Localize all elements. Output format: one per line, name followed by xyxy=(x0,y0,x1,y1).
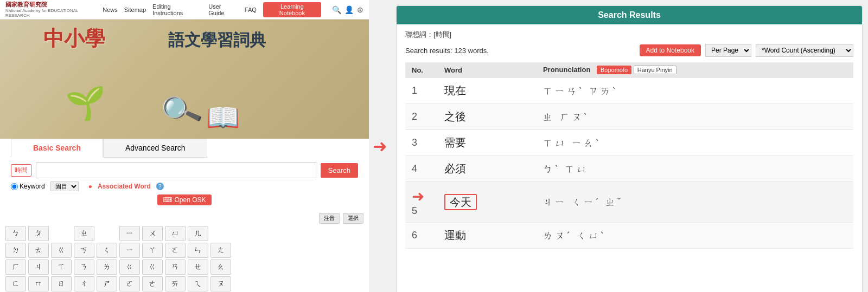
table-row[interactable]: 4必須ㄅˋ ㄒㄩ xyxy=(405,156,853,182)
results-header: Search Results xyxy=(397,6,862,24)
plant-icon: 🌱 xyxy=(65,84,106,122)
key-zh[interactable]: ㄓ xyxy=(74,226,94,241)
key-t[interactable]: ㄊ xyxy=(28,243,49,258)
cell-word[interactable]: 今天 xyxy=(438,182,537,223)
cell-word[interactable]: 之後 xyxy=(438,104,537,130)
key-n[interactable]: ㄋ xyxy=(74,259,94,275)
key-an[interactable]: ㄢ xyxy=(165,259,186,275)
key-ou[interactable]: ㄡ xyxy=(210,276,231,291)
cell-pronunciation: ㄌㄡˊ ㄑㄩˋ xyxy=(537,223,853,249)
nav-editing[interactable]: Editing Instructions xyxy=(152,3,202,16)
search-icon[interactable]: 🔍 xyxy=(332,5,341,14)
kbd-row-2: ㄉ ㄊ ㄍ ㄎ ㄑ ㄧ ㄚ ㄛ ㄣ ㄤ xyxy=(5,243,363,258)
key-yi2[interactable]: ㄧ xyxy=(119,243,140,258)
key-e2[interactable]: ㄜ xyxy=(142,276,163,291)
col-no: No. xyxy=(405,62,438,78)
key-o2[interactable]: ㄛ xyxy=(119,276,140,291)
cell-word[interactable]: 必須 xyxy=(438,156,537,182)
sort-select[interactable]: *Word Count (Ascending) xyxy=(756,44,853,57)
search-row: 時間 Search xyxy=(11,162,358,178)
key-p[interactable]: ㄆ xyxy=(28,226,49,241)
key-l[interactable]: ㄌ xyxy=(97,259,117,275)
key-a[interactable]: ㄚ xyxy=(142,243,163,258)
results-count: Search results: 123 words. xyxy=(405,47,489,55)
learning-notebook-btn[interactable]: Learning Notebook xyxy=(263,2,321,17)
key-o[interactable]: ㄛ xyxy=(165,243,186,258)
keyword-select[interactable]: 固目 xyxy=(50,181,79,191)
cell-word[interactable]: 現在 xyxy=(438,78,537,104)
tab-advanced[interactable]: Advanced Search xyxy=(103,139,208,158)
search-button[interactable]: Search xyxy=(321,163,358,178)
key-ei[interactable]: ㄟ xyxy=(188,276,208,291)
tab-basic[interactable]: Basic Search xyxy=(11,139,103,158)
key-en[interactable]: ㄣ xyxy=(188,243,208,258)
key-ai[interactable]: ㄞ xyxy=(165,276,186,291)
key-sh[interactable]: ㄕ xyxy=(97,276,117,291)
per-page-select[interactable]: Per Page xyxy=(705,44,751,57)
table-row[interactable]: 1現在ㄒㄧㄢˋ ㄗㄞˋ xyxy=(405,78,853,104)
table-row[interactable]: 6運動ㄌㄡˊ ㄑㄩˋ xyxy=(405,223,853,249)
cell-no: 3 xyxy=(405,130,438,156)
key-ang[interactable]: ㄤ xyxy=(210,243,231,258)
key-yi1[interactable]: ㄧ xyxy=(119,226,140,241)
book-icon: 📖 xyxy=(206,102,240,133)
assoc-word-label: Associated Word xyxy=(98,183,151,190)
key-g[interactable]: ㄍ xyxy=(51,243,72,258)
key-g3[interactable]: ㄍ xyxy=(142,259,163,275)
key-m[interactable]: ㄇ xyxy=(28,276,49,291)
header-icons: 🔍 👤 ⊕ xyxy=(332,5,363,14)
table-row[interactable]: 2之後ㄓ ㄏㄡˋ xyxy=(405,104,853,130)
help-icon[interactable]: ? xyxy=(156,183,164,190)
key-empty-2 xyxy=(97,226,117,241)
nav-news[interactable]: News xyxy=(103,7,118,13)
search-keyword-tag: 時間 xyxy=(11,164,31,177)
site-header: 國家教育研究院 National Academy for EDUCATIONAL… xyxy=(0,0,369,20)
panel-separator: ➜ xyxy=(369,0,391,292)
key-r[interactable]: ㄖ xyxy=(51,276,72,291)
plus-icon[interactable]: ⊕ xyxy=(357,5,363,14)
user-icon[interactable]: 👤 xyxy=(344,5,354,14)
key-e[interactable]: ㄝ xyxy=(188,259,208,275)
key-b[interactable]: ㄅ xyxy=(5,226,26,241)
cell-no: 2 xyxy=(405,104,438,130)
nav-userguide[interactable]: User Guide xyxy=(208,3,238,16)
nav-faq[interactable]: FAQ xyxy=(245,7,257,13)
key-d[interactable]: ㄉ xyxy=(5,243,26,258)
key-yu[interactable]: ㄩ xyxy=(165,226,186,241)
note-btn[interactable]: 注音 xyxy=(319,213,340,224)
cell-word[interactable]: 需要 xyxy=(438,130,537,156)
key-q[interactable]: ㄑ xyxy=(97,243,117,258)
open-osk-btn[interactable]: ⌨ Open OSK xyxy=(157,194,211,205)
results-controls: Add to Notebook Per Page *Word Count (As… xyxy=(640,44,853,57)
key-h[interactable]: ㄏ xyxy=(5,259,26,275)
key-j[interactable]: ㄐ xyxy=(28,259,49,275)
keyword-radio[interactable]: Keyword xyxy=(11,183,45,190)
table-row[interactable]: 3需要ㄒㄩ ㄧㄠˋ xyxy=(405,130,853,156)
cell-pronunciation: ㄒㄩ ㄧㄠˋ xyxy=(537,130,853,156)
key-ao[interactable]: ㄠ xyxy=(210,259,231,275)
select-btn[interactable]: 選択 xyxy=(343,213,363,224)
key-ch[interactable]: ㄔ xyxy=(74,276,94,291)
radio-dot: ● xyxy=(88,183,92,190)
add-notebook-btn[interactable]: Add to Notebook xyxy=(640,44,701,56)
search-input[interactable] xyxy=(36,162,316,178)
right-panel: Search Results 聯想詞：[時間] Search results: … xyxy=(396,5,863,292)
cell-pronunciation: ㄐㄧ ㄑㄧˊ ㄓˇ xyxy=(537,182,853,223)
keyboard-icon: ⌨ xyxy=(163,196,172,204)
key-wu[interactable]: ㄨ xyxy=(142,226,163,241)
key-empty-1 xyxy=(51,226,72,241)
right-arrow-icon: ➜ xyxy=(373,136,387,157)
key-g2[interactable]: ㄍ xyxy=(119,259,140,275)
assoc-label: 聯想詞：[時間] xyxy=(405,30,853,40)
kbd-row-4: ㄈ ㄇ ㄖ ㄔ ㄕ ㄛ ㄜ ㄞ ㄟ ㄡ xyxy=(5,276,363,291)
key-k[interactable]: ㄎ xyxy=(74,243,94,258)
key-er[interactable]: ㄦ xyxy=(188,226,208,241)
results-body: 聯想詞：[時間] Search results: 123 words. Add … xyxy=(397,24,862,292)
key-f[interactable]: ㄈ xyxy=(5,276,26,291)
table-row[interactable]: ➜5今天ㄐㄧ ㄑㄧˊ ㄓˇ xyxy=(405,182,853,223)
pinyin-btn[interactable]: Hanyu Pinyin xyxy=(634,66,676,74)
key-x[interactable]: ㄒ xyxy=(51,259,72,275)
bopomofo-btn[interactable]: Bopomofo xyxy=(597,66,631,74)
cell-word[interactable]: 運動 xyxy=(438,223,537,249)
nav-sitemap[interactable]: Sitemap xyxy=(124,7,146,13)
